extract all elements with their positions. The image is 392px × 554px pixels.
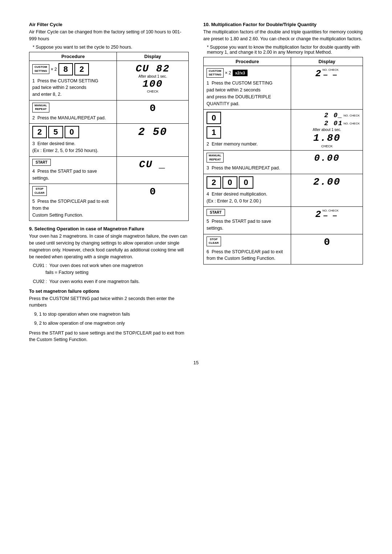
air-filter-body: Air Filter Cycle can be changed from the… [29, 29, 189, 42]
start-key: START [32, 159, 51, 166]
disp-cell-2: 0 [117, 100, 189, 124]
air-filter-bullet: * Suppose you want to set the cycle to 2… [33, 45, 189, 50]
proc-cell-2: MANUALREPEAT 2 Press the MANUAL/REPEAT p… [29, 100, 117, 124]
disp-cell-3: 2 50 [117, 124, 189, 157]
no-check-r2a: NO. CHECK [344, 114, 360, 117]
disp-header-left: Display [117, 52, 189, 61]
disp-header-right: Display [291, 57, 363, 66]
table-row: STOPCLEAR 5 Press the STOP/CLEAR pad to … [29, 184, 189, 221]
custom-setting-key-r: CUSTOMSETTING [207, 68, 224, 78]
manual-repeat-key: MANUALREPEAT [32, 103, 49, 112]
proc-cell-r3: MANUALREPEAT 3 Press the MANUAL/REPEAT p… [204, 151, 291, 174]
magnetron-item-2: CU92 : Your oven works even if one magne… [29, 278, 189, 285]
proc-cell-r2: 0 1 2 Enter memory number. [204, 110, 291, 151]
display-r2a: 2 0_ [324, 112, 343, 119]
display-r2b: 2 01 [324, 120, 343, 127]
disp-cell-r4: 2.00 [291, 174, 363, 207]
mult-bullet: * Suppose you want to know the multiplic… [207, 45, 363, 55]
set-item-2: 9, 2 to allow operation of one magnetron… [29, 320, 189, 327]
step-5-text: 5 Press the STOP/CLEAR pad to exit from … [32, 198, 114, 218]
num-key-8: 8 [58, 63, 73, 75]
left-procedure-table: Procedure Display CUSTOMSETTING × 2 8 2 … [29, 52, 189, 221]
right-procedure-table: Procedure Display CUSTOMSETTING × 2 x2/x… [203, 57, 363, 265]
after-note-1: After about 1 sec. [139, 74, 167, 78]
air-filter-title: Air Filter Cycle [29, 22, 189, 27]
proc-header-right: Procedure [204, 57, 291, 66]
proc-cell-3: 2 5 0 3 Enter desired time.(Ex : Enter 2… [29, 124, 117, 157]
mult-title: 10. Multiplication Factor for Double/Tri… [203, 22, 363, 27]
proc-header-left: Procedure [29, 52, 117, 61]
step-r6-text: 6 Press the STOP/CLEAR pad to exitfrom t… [207, 249, 288, 262]
display-cu: CU _ [139, 159, 166, 170]
proc-cell-5: STOPCLEAR 5 Press the STOP/CLEAR pad to … [29, 184, 117, 221]
display-zero-2: 0 [150, 103, 156, 114]
no-check-r2b: NO. CHECK [344, 122, 360, 125]
num-key-r0: 0 [207, 112, 221, 124]
magnetron-body: Your oven has 2 magnetrons. In case of s… [29, 233, 189, 260]
proc-cell-r5: START 5 Press the START pad to save sett… [204, 207, 291, 234]
display-r1b: — — [323, 71, 337, 79]
step-r1-text: 1 Press the CUSTOM SETTINGpad twice with… [207, 80, 288, 107]
table-row: MANUALREPEAT 2 Press the MANUAL/REPEAT p… [29, 100, 189, 124]
display-cu82: CU 82 [136, 63, 170, 74]
right-column: 10. Multiplication Factor for Double/Tri… [203, 22, 363, 345]
step-r5-text: 5 Press the START pad to save settings. [207, 218, 288, 232]
proc-cell-r1: CUSTOMSETTING × 2 x2/x3 1 Press the CUST… [204, 66, 291, 110]
proc-cell-1: CUSTOMSETTING × 2 8 2 1 Press the CUSTOM… [29, 61, 117, 100]
num-key-5: 5 [48, 126, 63, 138]
table-row: STOPCLEAR 6 Press the STOP/CLEAR pad to … [204, 234, 363, 264]
step-r3-text: 3 Press the MANUAL/REPEAT pad. [207, 165, 288, 172]
check-note-r2: CHECK [321, 144, 333, 148]
step-2-text: 2 Press the MANUAL/REPEAT pad. [32, 115, 114, 122]
disp-cell-r6: 0 [291, 234, 363, 264]
step-4-text: 4 Press the START pad to save settings. [32, 168, 114, 182]
mult-body: The multiplication factors of the double… [203, 29, 363, 42]
after-note-r2: After about 1 sec. [313, 128, 341, 132]
manual-repeat-key-r: MANUALREPEAT [207, 153, 224, 163]
table-row: CUSTOMSETTING × 2 8 2 1 Press the CUSTOM… [29, 61, 189, 100]
start-key-r: START [207, 209, 225, 216]
num-key-r03: 0 [239, 176, 253, 189]
display-r4: 2.00 [313, 176, 340, 188]
no-check-r5: NO. CHECK [322, 209, 338, 212]
proc-cell-r4: 2 0 0 4 Enter desired multiplication.(Ex… [204, 174, 291, 207]
proc-cell-4: START 4 Press the START pad to save sett… [29, 156, 117, 184]
disp-cell-r5: 2 NO. CHECK — — [291, 207, 363, 234]
step-r2-text: 2 Enter memory number. [207, 141, 288, 148]
display-250: 2 50 [138, 126, 167, 138]
magnetron-title: 9. Selecting Operation in case of Magnet… [29, 226, 189, 231]
no-check-r1: NO. CHECK [322, 68, 338, 71]
num-key-r2: 2 [207, 176, 221, 189]
check-note-1: CHECK [147, 90, 159, 93]
display-r3: 0.00 [314, 153, 340, 164]
x2-label-r: × 2 [225, 70, 231, 75]
table-row: 0 1 2 Enter memory number. 2 0_ NO. C [204, 110, 363, 151]
step-1-text: 1 Press the CUSTOM SETTINGpad twice with… [32, 78, 114, 98]
num-key-2: 2 [74, 63, 89, 75]
disp-cell-5: 0 [117, 184, 189, 221]
num-key-r02: 0 [222, 176, 237, 189]
set-item-1: 9, 1 to stop operation when one magnetro… [29, 311, 189, 318]
page-number: 15 [29, 360, 363, 365]
set-magnetron-title: To set magnetron failure options [29, 289, 189, 294]
x2x3-key: x2/x3 [233, 70, 248, 76]
display-100: 100 [143, 78, 163, 90]
stop-clear-key-r: STOPCLEAR [207, 237, 221, 246]
table-row: 2 5 0 3 Enter desired time.(Ex : Enter 2… [29, 124, 189, 157]
table-row: START 4 Press the START pad to save sett… [29, 156, 189, 184]
disp-cell-r3: 0.00 [291, 151, 363, 174]
step-r4-text: 4 Enter desired multiplication.(Ex : Ent… [207, 191, 288, 205]
set-magnetron-body: Press the CUSTOM SETTING pad twice withi… [29, 295, 189, 309]
custom-setting-key: CUSTOMSETTING [32, 64, 49, 74]
disp-cell-r2: 2 0_ NO. CHECK 2 01 NO. CHECK After abou… [291, 110, 363, 151]
proc-cell-r6: STOPCLEAR 6 Press the STOP/CLEAR pad to … [204, 234, 291, 264]
x2-label: × 2 [51, 67, 57, 72]
num-key-2b: 2 [32, 126, 47, 138]
disp-cell-1: CU 82 After about 1 sec. 100 CHECK [117, 61, 189, 100]
table-row: START 5 Press the START pad to save sett… [204, 207, 363, 234]
step-3-text: 3 Enter desired time.(Ex : Enter 2, 5, 0… [32, 140, 114, 154]
table-row: 2 0 0 4 Enter desired multiplication.(Ex… [204, 174, 363, 207]
disp-cell-4: CU _ [117, 156, 189, 184]
display-zero-r6: 0 [324, 237, 330, 248]
table-row: MANUALREPEAT 3 Press the MANUAL/REPEAT p… [204, 151, 363, 174]
